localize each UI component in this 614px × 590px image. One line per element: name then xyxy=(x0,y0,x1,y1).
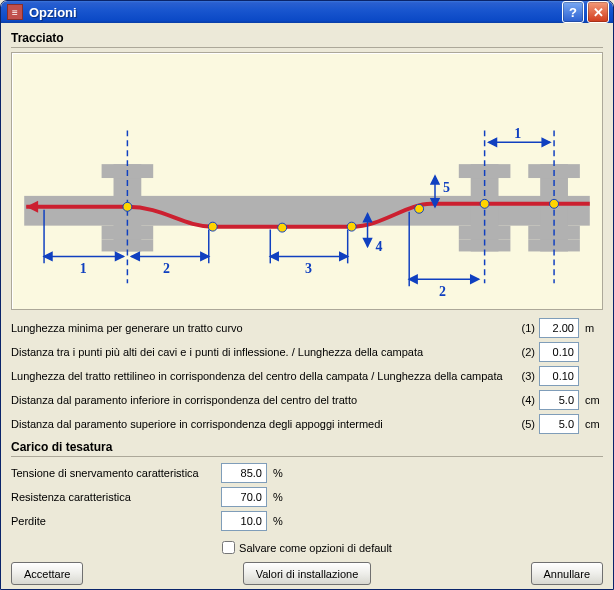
dim-label: 1 xyxy=(514,126,521,141)
svg-point-21 xyxy=(550,199,559,208)
param-input[interactable] xyxy=(539,318,579,338)
param-unit: cm xyxy=(579,418,603,430)
content: Tracciato xyxy=(1,23,613,590)
param-idx: (2) xyxy=(517,346,539,358)
param-unit: m xyxy=(579,322,603,334)
param-row: Distanza tra i punti più alti dei cavi e… xyxy=(11,340,603,364)
svg-marker-37 xyxy=(364,239,372,247)
param-idx: (3) xyxy=(517,370,539,382)
param-input[interactable] xyxy=(221,511,267,531)
svg-point-15 xyxy=(123,202,132,211)
svg-marker-27 xyxy=(131,252,139,260)
window: ≡ Opzioni ? ✕ Tracciato xyxy=(0,0,614,590)
dim-label: 4 xyxy=(375,239,382,254)
param-label: Resistenza caratteristica xyxy=(11,491,221,503)
svg-marker-39 xyxy=(431,176,439,184)
save-default-label: Salvare come opzioni di default xyxy=(239,542,392,554)
svg-point-19 xyxy=(415,204,424,213)
install-values-button[interactable]: Valori di installazione xyxy=(243,562,372,585)
svg-point-18 xyxy=(347,222,356,231)
svg-point-16 xyxy=(208,222,217,231)
param-unit: % xyxy=(267,515,291,527)
param-row: Lunghezza minima per generare un tratto … xyxy=(11,316,603,340)
beam-rect xyxy=(24,196,590,226)
param-row: Lunghezza del tratto rettilineo in corri… xyxy=(11,364,603,388)
param-label: Distanza dal paramento inferiore in corr… xyxy=(11,394,517,406)
param-label: Lunghezza del tratto rettilineo in corri… xyxy=(11,370,517,382)
param-row: Distanza dal paramento superiore in corr… xyxy=(11,412,603,436)
param-input[interactable] xyxy=(539,390,579,410)
param-label: Perdite xyxy=(11,515,221,527)
svg-point-20 xyxy=(480,199,489,208)
dim-label: 2 xyxy=(163,261,170,276)
section-header-tesatura: Carico di tesatura xyxy=(11,436,603,457)
param-input[interactable] xyxy=(539,342,579,362)
param-unit: cm xyxy=(579,394,603,406)
diagram: 1 2 3 4 xyxy=(11,52,603,310)
svg-marker-42 xyxy=(409,275,417,283)
tracciato-params: Lunghezza minima per generare un tratto … xyxy=(11,316,603,436)
svg-marker-31 xyxy=(270,252,278,260)
diagram-svg: 1 2 3 4 xyxy=(12,53,602,309)
param-input[interactable] xyxy=(539,366,579,386)
svg-marker-47 xyxy=(542,138,550,146)
cancel-button[interactable]: Annullare xyxy=(531,562,603,585)
param-idx: (4) xyxy=(517,394,539,406)
dim-label: 1 xyxy=(80,261,87,276)
param-row: Distanza dal paramento inferiore in corr… xyxy=(11,388,603,412)
accept-button[interactable]: Accettare xyxy=(11,562,83,585)
save-default-row: Salvare come opzioni di default xyxy=(11,533,603,558)
titlebar-buttons: ? ✕ xyxy=(562,1,609,23)
param-input[interactable] xyxy=(221,487,267,507)
dim-label: 2 xyxy=(439,284,446,299)
param-unit: % xyxy=(267,467,291,479)
window-title: Opzioni xyxy=(29,5,562,20)
param-label: Distanza dal paramento superiore in corr… xyxy=(11,418,517,430)
param-unit: % xyxy=(267,491,291,503)
param-row: Tensione di snervamento caratteristica % xyxy=(11,461,603,485)
svg-marker-24 xyxy=(115,252,123,260)
param-idx: (5) xyxy=(517,418,539,430)
param-label: Lunghezza minima per generare un tratto … xyxy=(11,322,517,334)
svg-point-17 xyxy=(278,223,287,232)
button-row: Accettare Valori di installazione Annull… xyxy=(11,558,603,585)
param-idx: (1) xyxy=(517,322,539,334)
param-input[interactable] xyxy=(221,463,267,483)
titlebar: ≡ Opzioni ? ✕ xyxy=(1,1,613,23)
param-row: Perdite % xyxy=(11,509,603,533)
close-button[interactable]: ✕ xyxy=(587,1,609,23)
help-button[interactable]: ? xyxy=(562,1,584,23)
param-label: Tensione di snervamento caratteristica xyxy=(11,467,221,479)
svg-marker-46 xyxy=(489,138,497,146)
dim-label: 3 xyxy=(305,261,312,276)
svg-marker-23 xyxy=(44,252,52,260)
app-icon: ≡ xyxy=(7,4,23,20)
svg-marker-28 xyxy=(201,252,209,260)
param-row: Resistenza caratteristica % xyxy=(11,485,603,509)
section-header-tracciato: Tracciato xyxy=(11,27,603,48)
svg-marker-43 xyxy=(471,275,479,283)
param-input[interactable] xyxy=(539,414,579,434)
svg-marker-32 xyxy=(340,252,348,260)
save-default-checkbox[interactable] xyxy=(222,541,235,554)
dim-label: 5 xyxy=(443,180,450,195)
param-label: Distanza tra i punti più alti dei cavi e… xyxy=(11,346,517,358)
tesatura-params: Tensione di snervamento caratteristica %… xyxy=(11,461,603,533)
